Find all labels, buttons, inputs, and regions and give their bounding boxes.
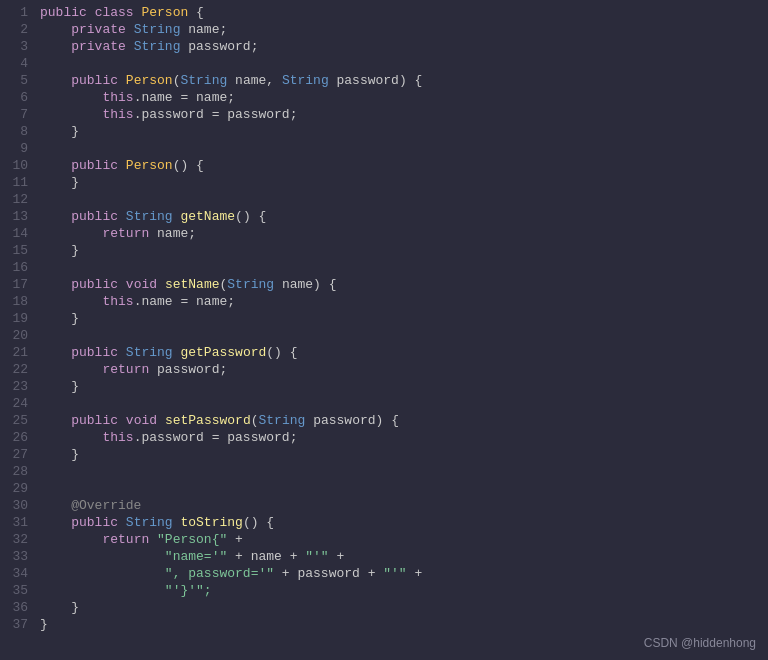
line-number: 2 (4, 21, 28, 38)
code-line: return "Person{" + (40, 531, 768, 548)
token-plain: password; (149, 362, 227, 377)
token-kw: return (102, 532, 149, 547)
token-plain: } (40, 311, 79, 326)
token-plain (40, 294, 102, 309)
line-number: 1 (4, 4, 28, 21)
token-str: "'" (305, 549, 328, 564)
line-number: 20 (4, 327, 28, 344)
token-kw: void (126, 277, 157, 292)
line-number: 26 (4, 429, 28, 446)
token-kw: public (71, 277, 118, 292)
line-number: 7 (4, 106, 28, 123)
token-plain (87, 5, 95, 20)
token-plain: .password = password; (134, 107, 298, 122)
token-plain (118, 277, 126, 292)
token-plain (40, 345, 71, 360)
token-plain (118, 413, 126, 428)
token-plain: } (40, 175, 79, 190)
line-number: 22 (4, 361, 28, 378)
code-line: "'}'"; (40, 582, 768, 599)
token-plain: ( (251, 413, 259, 428)
line-number: 24 (4, 395, 28, 412)
line-number: 19 (4, 310, 28, 327)
token-plain: () { (266, 345, 297, 360)
token-plain: name) { (274, 277, 336, 292)
code-line (40, 480, 768, 497)
code-line (40, 395, 768, 412)
code-line: "name='" + name + "'" + (40, 548, 768, 565)
token-kw: void (126, 413, 157, 428)
line-number: 32 (4, 531, 28, 548)
token-plain (157, 413, 165, 428)
token-plain: } (40, 379, 79, 394)
token-plain (40, 226, 102, 241)
token-plain: name; (149, 226, 196, 241)
token-method: getPassword (180, 345, 266, 360)
token-str: "'" (383, 566, 406, 581)
line-number: 13 (4, 208, 28, 225)
token-plain (118, 209, 126, 224)
line-number: 27 (4, 446, 28, 463)
code-line (40, 191, 768, 208)
line-number: 28 (4, 463, 28, 480)
token-kw-blue: String (126, 209, 173, 224)
token-plain: () { (243, 515, 274, 530)
line-numbers: 1234567891011121314151617181920212223242… (0, 4, 36, 656)
token-plain (118, 158, 126, 173)
token-annotation: @Override (40, 498, 141, 513)
token-plain (40, 277, 71, 292)
token-plain (40, 515, 71, 530)
code-line: } (40, 123, 768, 140)
code-line: ", password='" + password + "'" + (40, 565, 768, 582)
code-line: this.name = name; (40, 293, 768, 310)
token-cls: Person (126, 73, 173, 88)
code-line: public void setName(String name) { (40, 276, 768, 293)
token-plain: () { (235, 209, 266, 224)
token-plain: + (227, 532, 243, 547)
code-line (40, 140, 768, 157)
token-plain: .name = name; (134, 294, 235, 309)
code-editor: 1234567891011121314151617181920212223242… (0, 0, 768, 660)
code-line (40, 55, 768, 72)
token-kw-blue: String (259, 413, 306, 428)
token-plain (118, 345, 126, 360)
code-lines: public class Person { private String nam… (36, 4, 768, 656)
token-kw: public (71, 158, 118, 173)
code-line: public Person() { (40, 157, 768, 174)
token-plain (40, 413, 71, 428)
code-line: private String password; (40, 38, 768, 55)
token-kw-blue: String (227, 277, 274, 292)
token-kw-blue: String (180, 73, 227, 88)
token-plain: } (40, 447, 79, 462)
line-number: 8 (4, 123, 28, 140)
token-plain: password) { (329, 73, 423, 88)
line-number: 15 (4, 242, 28, 259)
token-kw-blue: String (134, 22, 181, 37)
line-number: 36 (4, 599, 28, 616)
token-plain: + (329, 549, 345, 564)
line-number: 10 (4, 157, 28, 174)
token-kw: public (71, 515, 118, 530)
token-plain (40, 549, 165, 564)
token-plain (40, 90, 102, 105)
code-line (40, 259, 768, 276)
token-method: toString (180, 515, 242, 530)
token-kw-blue: String (282, 73, 329, 88)
token-plain (40, 583, 165, 598)
line-number: 25 (4, 412, 28, 429)
token-str: "name='" (165, 549, 227, 564)
line-number: 12 (4, 191, 28, 208)
code-line: this.password = password; (40, 106, 768, 123)
line-number: 5 (4, 72, 28, 89)
code-container: 1234567891011121314151617181920212223242… (0, 0, 768, 660)
token-plain: + name + (227, 549, 305, 564)
token-plain (40, 362, 102, 377)
line-number: 14 (4, 225, 28, 242)
token-str: "'}'"; (165, 583, 212, 598)
line-number: 6 (4, 89, 28, 106)
token-kw: return (102, 362, 149, 377)
code-line: } (40, 174, 768, 191)
token-plain: } (40, 600, 79, 615)
token-plain: + password + (274, 566, 383, 581)
code-line: } (40, 378, 768, 395)
